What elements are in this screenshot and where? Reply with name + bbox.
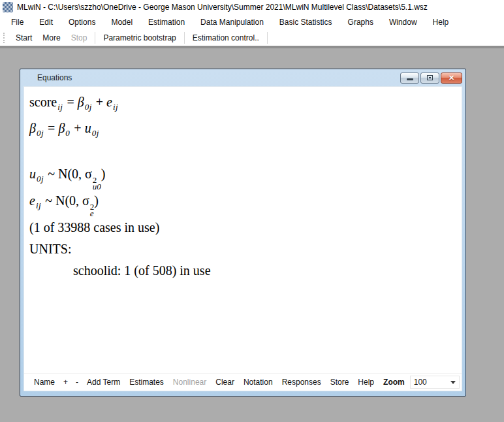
toolbar-separator — [95, 32, 95, 44]
menu-item-model[interactable]: Model — [103, 14, 140, 30]
zoom-label: Zoom — [379, 376, 407, 388]
menu-item-data-manipulation[interactable]: Data Manipulation — [193, 14, 272, 30]
estimation-control-button[interactable]: Estimation control.. — [187, 31, 264, 44]
equations-footer-toolbar: Name + - Add Term Estimates Nonlinear Cl… — [24, 373, 462, 391]
help-button[interactable]: Help — [353, 376, 379, 388]
menu-bar: File Edit Options Model Estimation Data … — [0, 14, 504, 30]
restore-icon — [427, 75, 433, 80]
add-subscript-button[interactable]: + — [59, 376, 72, 388]
remove-subscript-button[interactable]: - — [72, 376, 82, 388]
close-button[interactable]: ✕ — [441, 73, 462, 84]
close-icon: ✕ — [449, 74, 454, 82]
menu-item-graphs[interactable]: Graphs — [340, 14, 381, 30]
menu-item-options[interactable]: Options — [61, 14, 103, 30]
zoom-combobox[interactable]: 100 — [410, 376, 460, 389]
equation-line-level2[interactable]: β0j = β0 + u0j — [29, 118, 462, 144]
stop-button: Stop — [66, 31, 93, 44]
restore-button[interactable] — [420, 73, 439, 84]
estimates-button[interactable]: Estimates — [125, 376, 168, 388]
parametric-bootstrap-button[interactable]: Parametric bootstrap — [98, 31, 181, 44]
menu-item-edit[interactable]: Edit — [31, 14, 61, 30]
equation-line-u-distribution[interactable]: u0j ~ N(0, σ2u0) — [29, 163, 462, 190]
equation-line-response[interactable]: scoreij = β0j + eij — [29, 91, 462, 118]
equation-line-e-distribution[interactable]: eij ~ N(0, σ2e) — [29, 190, 462, 217]
zoom-value: 100 — [414, 378, 427, 387]
window-controls: ✕ — [400, 73, 462, 84]
clear-button[interactable]: Clear — [211, 376, 239, 388]
add-term-button[interactable]: Add Term — [82, 376, 125, 388]
toolbar-separator — [184, 32, 185, 44]
minimize-button[interactable] — [400, 73, 419, 84]
toolbar: Start More Stop Parametric bootstrap Est… — [0, 30, 504, 46]
menu-item-basic-statistics[interactable]: Basic Statistics — [272, 14, 340, 30]
menu-item-window[interactable]: Window — [381, 14, 425, 30]
equations-content: scoreij = β0j + eij β0j = β0 + u0j u0j ~… — [24, 87, 462, 373]
notation-button[interactable]: Notation — [239, 376, 277, 388]
name-button[interactable]: Name — [29, 376, 59, 388]
equations-window: Equations ✕ scoreij = β0j + eij β0j = β0… — [20, 69, 466, 397]
equations-body: scoreij = β0j + eij β0j = β0 + u0j u0j ~… — [24, 86, 462, 391]
store-button[interactable]: Store — [326, 376, 354, 388]
start-button[interactable]: Start — [10, 31, 37, 44]
units-label: UNITS: — [29, 238, 462, 260]
app-titlebar[interactable]: MLwiN - C:\Users\szzho\OneDrive - George… — [0, 0, 504, 14]
toolbar-separator — [267, 32, 268, 44]
schoolid-units-text: schoolid: 1 (of 508) in use — [29, 260, 462, 282]
equations-titlebar[interactable]: Equations ✕ — [20, 69, 465, 86]
menu-item-help[interactable]: Help — [425, 14, 457, 30]
more-button[interactable]: More — [37, 31, 65, 44]
responses-button[interactable]: Responses — [277, 376, 326, 388]
menu-item-file[interactable]: File — [3, 14, 31, 30]
dropdown-arrow-icon — [450, 381, 456, 384]
nonlinear-button: Nonlinear — [168, 376, 211, 388]
minimize-icon — [407, 78, 413, 80]
menu-item-estimation[interactable]: Estimation — [140, 14, 193, 30]
equations-window-title: Equations — [37, 73, 400, 82]
workspace: Equations ✕ scoreij = β0j + eij β0j = β0… — [0, 46, 504, 422]
cases-in-use-text: (1 of 33988 cases in use) — [29, 217, 462, 238]
toolbar-grip-handle[interactable] — [3, 33, 7, 43]
app-title: MLwiN - C:\Users\szzho\OneDrive - George… — [17, 3, 428, 12]
app-icon — [3, 2, 13, 12]
